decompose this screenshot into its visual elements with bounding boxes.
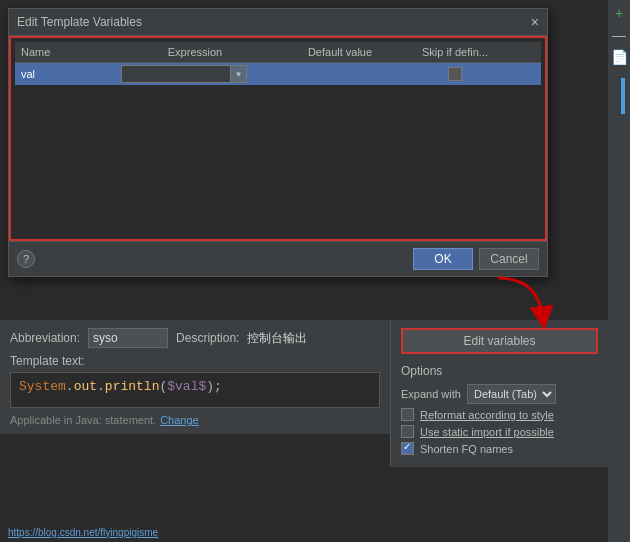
status-url: https://blog.csdn.net/flyingpigisme <box>8 527 158 538</box>
cell-name: val <box>15 66 115 82</box>
help-button[interactable]: ? <box>17 250 35 268</box>
dialog-body: Name Expression Default value Skip if de… <box>9 36 547 241</box>
cell-expression: ▼ <box>115 63 275 85</box>
expand-select[interactable]: Default (Tab) <box>467 384 556 404</box>
bottom-panel: Abbreviation: Description: 控制台输出 Templat… <box>0 320 390 434</box>
expression-input[interactable] <box>121 65 231 83</box>
dialog-title: Edit Template Variables <box>17 15 142 29</box>
shorten-row: Shorten FQ names <box>401 442 598 455</box>
edit-template-variables-dialog: Edit Template Variables × Name Expressio… <box>8 8 548 277</box>
cell-default <box>275 72 405 76</box>
dialog-close-button[interactable]: × <box>531 15 539 29</box>
footer-right: OK Cancel <box>413 248 539 270</box>
shorten-label: Shorten FQ names <box>420 443 513 455</box>
cell-scroll <box>505 72 525 76</box>
expand-with-row: Expand with Default (Tab) <box>401 384 598 404</box>
col-skip: Skip if defin... <box>405 44 505 60</box>
template-text-label: Template text: <box>10 354 380 368</box>
cancel-button[interactable]: Cancel <box>479 248 539 270</box>
use-static-row: Use static import if possible <box>401 425 598 438</box>
table-header: Name Expression Default value Skip if de… <box>15 42 541 63</box>
col-expression: Expression <box>115 44 275 60</box>
applicable-row: Applicable in Java: statement. Change <box>10 414 380 426</box>
dialog-footer: ? OK Cancel <box>9 241 547 276</box>
dialog-title-bar: Edit Template Variables × <box>9 9 547 36</box>
applicable-text: Applicable in Java: statement. <box>10 414 156 426</box>
footer-left: ? <box>17 250 35 268</box>
scroll-indicator <box>621 78 625 114</box>
col-spacer <box>505 44 525 60</box>
options-title: Options <box>401 364 598 378</box>
col-default: Default value <box>275 44 405 60</box>
reformat-row: Reformat according to style <box>401 408 598 421</box>
template-code: System.out.println($val$); <box>19 379 222 394</box>
add-icon[interactable]: + <box>610 4 628 22</box>
table-empty-area <box>15 85 541 235</box>
use-static-checkbox[interactable] <box>401 425 414 438</box>
status-bar: https://blog.csdn.net/flyingpigisme <box>0 522 608 542</box>
expression-dropdown[interactable]: ▼ <box>231 65 247 83</box>
copy-icon[interactable]: 📄 <box>610 48 628 66</box>
right-sidebar: + — 📄 <box>608 0 630 542</box>
reformat-checkbox[interactable] <box>401 408 414 421</box>
abbreviation-row: Abbreviation: Description: 控制台输出 <box>10 328 380 348</box>
minus-icon[interactable]: — <box>610 26 628 44</box>
shorten-checkbox[interactable] <box>401 442 414 455</box>
cell-skip <box>405 65 505 83</box>
change-link[interactable]: Change <box>160 414 199 426</box>
edit-variables-button[interactable]: Edit variables <box>401 328 598 354</box>
ok-button[interactable]: OK <box>413 248 473 270</box>
skip-checkbox[interactable] <box>448 67 462 81</box>
reformat-label: Reformat according to style <box>420 409 554 421</box>
description-value: 控制台输出 <box>247 330 307 347</box>
col-name: Name <box>15 44 115 60</box>
options-panel: Edit variables Options Expand with Defau… <box>390 320 608 467</box>
table-row: val ▼ <box>15 63 541 85</box>
abbreviation-label: Abbreviation: <box>10 331 80 345</box>
use-static-label: Use static import if possible <box>420 426 554 438</box>
template-text-area: System.out.println($val$); <box>10 372 380 408</box>
abbreviation-input[interactable] <box>88 328 168 348</box>
description-label: Description: <box>176 331 239 345</box>
arrow-indicator <box>488 268 558 328</box>
expand-label: Expand with <box>401 388 461 400</box>
